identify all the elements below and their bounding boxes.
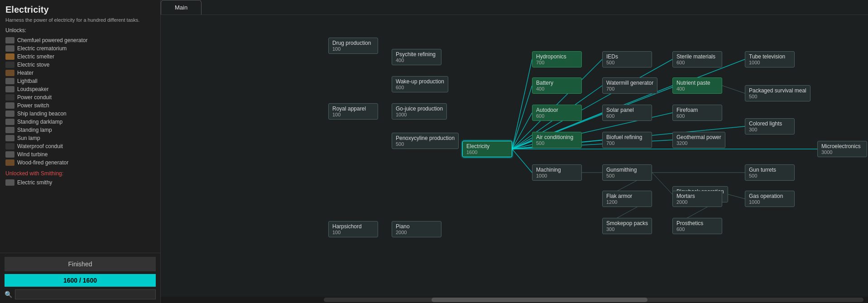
tech-node-autodoor[interactable]: Autodoor600 — [532, 105, 582, 121]
tech-node-packaged_survival_meal[interactable]: Packaged survival meal500 — [745, 85, 810, 101]
tech-node-name: Gun turrets — [749, 167, 791, 173]
tech-node-cost: 600 — [676, 60, 718, 65]
tech-node-firefoam[interactable]: Firefoam600 — [672, 105, 722, 121]
tech-tree-area: Main Drug production100Psychite refining… — [161, 0, 868, 303]
tech-node-cost: 600 — [536, 113, 578, 119]
tech-node-cost: 500 — [749, 94, 806, 99]
tech-node-piano[interactable]: Piano2000 — [392, 221, 441, 237]
tech-node-gun_turrets[interactable]: Gun turrets500 — [745, 164, 795, 181]
svg-line-21 — [728, 194, 745, 199]
tech-node-name: Royal apparel — [332, 106, 374, 112]
tech-node-drug_production[interactable]: Drug production100 — [328, 38, 378, 54]
unlock-name: Wind turbine — [17, 151, 48, 158]
tech-node-tube_television[interactable]: Tube television1000 — [745, 51, 795, 67]
unlock-icon — [5, 102, 14, 109]
tech-node-cost: 400 — [536, 86, 578, 91]
tech-node-psychite_refining[interactable]: Psychite refining400 — [392, 49, 441, 65]
unlock-icon — [5, 62, 14, 68]
tech-node-solar_panel[interactable]: Solar panel600 — [602, 105, 652, 121]
scrollbar-track[interactable] — [324, 298, 863, 302]
tech-node-name: Mortars — [676, 193, 718, 199]
unlocked-with-item-name: Electric smithy — [17, 179, 52, 186]
tech-node-name: Packaged survival meal — [749, 87, 806, 94]
tech-node-name: Gunsmithing — [606, 167, 648, 173]
tech-node-sterile_materials[interactable]: Sterile materials600 — [672, 51, 722, 67]
tech-node-watermill_generator[interactable]: Watermill generator700 — [602, 77, 657, 94]
tech-node-biofuel_refining[interactable]: Biofuel refining700 — [602, 132, 652, 148]
unlock-list-item: Electric crematorium — [5, 44, 155, 53]
tech-node-smokepop_packs[interactable]: Smokepop packs300 — [602, 218, 652, 234]
tech-node-machining[interactable]: Machining1000 — [532, 164, 582, 181]
tech-node-gunsmithing[interactable]: Gunsmithing500 — [602, 164, 652, 181]
tech-node-name: Harpsichord — [332, 223, 374, 230]
sidebar-bottom: Finished 1600 / 1600 🔍 — [0, 253, 160, 303]
svg-line-3 — [512, 140, 532, 149]
tech-node-name: Geothermal power — [676, 134, 721, 140]
finished-button[interactable]: Finished — [5, 257, 156, 271]
unlock-list-item: Ship landing beacon — [5, 110, 155, 118]
search-input[interactable] — [15, 289, 156, 299]
tech-node-royal_apparel[interactable]: Royal apparel100 — [328, 103, 378, 120]
tech-node-name: Sterile materials — [676, 53, 718, 60]
tech-node-microelectronics[interactable]: Microelectronics3000 — [817, 141, 867, 157]
tech-title: Electricity — [5, 5, 155, 15]
tech-node-go_juice_production[interactable]: Go-juice production1000 — [392, 103, 447, 120]
tech-node-name: Gas operation — [749, 193, 791, 199]
tech-node-cost: 700 — [606, 140, 648, 146]
tech-node-harpsichord[interactable]: Harpsichord100 — [328, 221, 378, 237]
tech-node-gas_operation[interactable]: Gas operation1000 — [745, 191, 795, 207]
scrollbar-area — [161, 297, 868, 303]
tech-node-ieds[interactable]: IEDs500 — [602, 51, 652, 67]
unlocked-with-tech: Smithing — [41, 170, 62, 177]
tech-node-geothermal_power[interactable]: Geothermal power3200 — [672, 132, 725, 148]
unlock-list-item: Heater — [5, 69, 155, 77]
unlock-list: Chemfuel powered generatorElectric crema… — [5, 36, 155, 167]
search-icon: 🔍 — [5, 291, 12, 298]
scrollbar-thumb[interactable] — [432, 298, 647, 302]
tech-node-cost: 400 — [676, 86, 718, 91]
tech-node-name: Microelectronics — [821, 143, 863, 149]
svg-line-4 — [512, 149, 532, 173]
unlock-name: Loudspeaker — [17, 86, 48, 92]
tech-node-flak_armor[interactable]: Flak armor1200 — [602, 191, 652, 207]
svg-line-1 — [512, 86, 532, 149]
unlocked-with-label: Unlocked with Smithing: — [5, 170, 155, 177]
unlock-list-item: Standing lamp — [5, 126, 155, 134]
tech-node-prosthetics[interactable]: Prosthetics600 — [672, 218, 722, 234]
unlock-name: Heater — [17, 70, 34, 76]
tech-node-wake_up_production[interactable]: Wake-up production600 — [392, 76, 448, 92]
tech-node-air_conditioning[interactable]: Air conditioning500 — [532, 132, 582, 148]
tech-node-name: Penoxycyline production — [396, 135, 455, 141]
tech-node-cost: 1000 — [749, 60, 791, 65]
tech-node-name: Drug production — [332, 40, 374, 46]
tech-node-penoxycyline_production[interactable]: Penoxycyline production500 — [392, 133, 459, 149]
tech-node-cost: 500 — [606, 173, 648, 178]
tech-node-cost: 400 — [396, 58, 437, 63]
tech-node-cost: 700 — [606, 86, 653, 91]
tech-node-cost: 100 — [332, 112, 374, 117]
tech-node-nutrient_paste[interactable]: Nutrient paste400 — [672, 77, 722, 94]
unlocked-with-section: Unlocked with Smithing: Electric smithy — [5, 170, 155, 187]
tech-description: Harness the power of electricity for a h… — [5, 17, 155, 24]
unlock-item-icon — [5, 179, 14, 186]
tech-node-battery[interactable]: Battery400 — [532, 77, 582, 94]
tech-node-electricity[interactable]: Electricity1600 — [462, 141, 512, 157]
tech-node-cost: 2000 — [676, 199, 718, 205]
tech-node-colored_lights[interactable]: Colored lights300 — [745, 118, 795, 135]
unlock-list-item: Power conduit — [5, 93, 155, 101]
svg-line-0 — [512, 59, 532, 149]
tech-node-hydroponics[interactable]: Hydroponics700 — [532, 51, 582, 67]
tech-node-name: Smokepop packs — [606, 220, 648, 226]
unlock-name: Waterproof conduit — [17, 143, 63, 149]
unlock-list-item: Waterproof conduit — [5, 142, 155, 150]
tech-node-cost: 500 — [396, 141, 455, 147]
tab-main[interactable]: Main — [161, 0, 201, 14]
unlock-icon — [5, 127, 14, 133]
tech-node-name: Watermill generator — [606, 80, 653, 86]
tech-node-cost: 600 — [676, 113, 718, 119]
unlock-icon — [5, 143, 14, 149]
unlock-list-item: Chemfuel powered generator — [5, 36, 155, 44]
progress-text: 1600 / 1600 — [63, 277, 97, 284]
unlock-icon — [5, 111, 14, 117]
tech-node-mortars[interactable]: Mortars2000 — [672, 191, 722, 207]
